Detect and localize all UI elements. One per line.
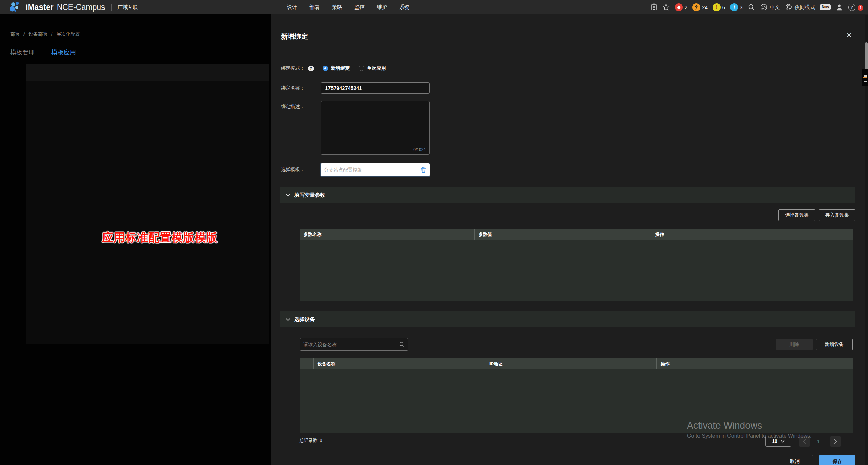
red-annotation-text: 应用标准配置模版模版 (102, 230, 218, 245)
info-alarm-count: 3 (740, 4, 742, 10)
breadcrumb-device-deploy[interactable]: 设备部署 (29, 31, 48, 37)
activate-windows-subtext: Go to System in Control Panel to activat… (687, 433, 811, 439)
scrollbar-thumb[interactable] (865, 42, 868, 71)
template-list-toolbar (26, 64, 269, 81)
save-button[interactable]: 保存 (819, 455, 855, 465)
whats-new-icon[interactable]: New (820, 4, 831, 10)
section-select-device-title: 选择设备 (294, 316, 315, 323)
search-icon[interactable] (399, 341, 405, 347)
select-all-checkbox[interactable] (306, 362, 310, 366)
critical-flame-icon (675, 3, 683, 11)
radio-new-binding-label: 新增绑定 (331, 65, 350, 71)
chevron-down-icon (286, 318, 290, 321)
help-icon[interactable]: ? (848, 4, 855, 11)
search-icon[interactable] (748, 3, 755, 11)
select-template-input[interactable] (324, 167, 421, 173)
param-table-body-empty (300, 240, 853, 301)
major-alarm-count: 24 (702, 4, 708, 10)
binding-description-wrap: 0/1024 (321, 101, 430, 155)
favorite-star-icon[interactable] (662, 3, 670, 11)
binding-name-input[interactable] (321, 82, 430, 94)
template-list-area (26, 64, 269, 344)
breadcrumb-separator: / (51, 31, 53, 37)
suite-name: NCE-Campus (57, 3, 105, 12)
alarm-major[interactable]: 24 (692, 3, 708, 11)
chevron-down-icon (781, 440, 785, 443)
radio-single-apply[interactable]: 单次应用 (359, 65, 386, 71)
globe-icon (760, 3, 768, 11)
menu-system[interactable]: 系统 (399, 4, 409, 11)
radio-new-binding[interactable]: 新增绑定 (323, 65, 350, 71)
theme-toggle[interactable]: 夜间模式 (785, 3, 815, 11)
topbar: iMaster NCE-Campus 广域互联 设计 部署 策略 监控 维护 系… (0, 0, 868, 14)
page-size-value: 10 (772, 438, 777, 444)
import-param-set-button[interactable]: 导入参数集 (819, 209, 855, 221)
major-lightning-icon (692, 3, 700, 11)
application-window: iMaster NCE-Campus 广域互联 设计 部署 策略 监控 维护 系… (0, 0, 868, 465)
user-icon[interactable] (836, 3, 843, 11)
breadcrumb-hierarchical-config: 层次化配置 (56, 31, 80, 37)
menu-monitor[interactable]: 监控 (354, 4, 365, 11)
total-records-label: 总记录数: 0 (300, 437, 322, 444)
drawer-title: 新增绑定 (281, 32, 308, 41)
workspace-label: 广域互联 (118, 4, 138, 11)
binding-description-textarea[interactable] (321, 101, 429, 154)
ip-address-header: IP地址 (485, 358, 656, 369)
menu-deploy[interactable]: 部署 (309, 4, 320, 11)
binding-mode-label: 绑定模式： (281, 65, 305, 71)
minor-alarm-count: 6 (722, 4, 725, 10)
delete-device-button[interactable]: 删除 (776, 339, 813, 350)
language-switcher[interactable]: 中文 (760, 3, 780, 11)
topbar-actions: 2 24 ! 6 i 3 (650, 0, 863, 14)
tab-template-management[interactable]: 模板管理 (10, 48, 35, 57)
binding-mode-help-icon[interactable]: ? (308, 66, 314, 71)
param-value-header: 参数值 (474, 229, 651, 240)
chevron-left-icon (803, 439, 806, 444)
cancel-button[interactable]: 取消 (777, 455, 813, 465)
floating-toolbar-widget[interactable] (862, 69, 868, 86)
tasklist-icon[interactable] (650, 3, 657, 11)
section-variable-params[interactable]: 填写变量参数 (280, 187, 855, 203)
activate-windows-watermark: Activate Windows (687, 420, 762, 431)
minor-exclamation-icon: ! (713, 3, 721, 11)
brand-divider (111, 4, 112, 11)
select-template-box[interactable] (321, 163, 430, 176)
imaster-logo-icon (9, 1, 22, 13)
alarm-minor[interactable]: ! 6 (713, 3, 725, 11)
binding-mode-row: 绑定模式： ? 新增绑定 单次应用 (281, 65, 386, 71)
param-operation-header: 操作 (651, 229, 853, 240)
language-label: 中文 (770, 4, 780, 11)
param-table: 参数名称 参数值 操作 (300, 229, 853, 301)
info-icon: i (730, 3, 738, 11)
current-page-number[interactable]: 1 (817, 438, 819, 444)
select-template-label: 选择模板： (281, 166, 305, 173)
device-search-input[interactable] (303, 342, 399, 347)
select-param-set-button[interactable]: 选择参数集 (778, 209, 815, 221)
next-page-button[interactable] (830, 436, 841, 447)
breadcrumb-deploy[interactable]: 部署 (10, 31, 20, 37)
alarm-critical[interactable]: 2 (675, 3, 687, 11)
product-name: iMaster (26, 3, 54, 12)
trash-icon[interactable] (421, 167, 426, 173)
device-operation-header: 操作 (656, 358, 853, 369)
template-tabs: 模板管理 模板应用 (10, 48, 76, 57)
binding-mode-options: 新增绑定 单次应用 (323, 65, 386, 71)
alarm-info[interactable]: i 3 (730, 3, 742, 11)
avatar-notification-badge: 1 (858, 5, 863, 11)
menu-maintain[interactable]: 维护 (377, 4, 387, 11)
main-menu: 设计 部署 策略 监控 维护 系统 (287, 0, 409, 14)
brand: iMaster NCE-Campus 广域互联 (9, 0, 138, 14)
close-icon[interactable]: × (847, 31, 852, 39)
menu-design[interactable]: 设计 (287, 4, 297, 11)
breadcrumb: 部署 / 设备部署 / 层次化配置 (10, 31, 80, 37)
device-search-box[interactable] (300, 338, 408, 351)
add-device-button[interactable]: 新增设备 (816, 339, 853, 350)
tab-template-application[interactable]: 模板应用 (51, 48, 76, 57)
breadcrumb-separator: / (23, 31, 25, 37)
chevron-right-icon (834, 439, 837, 444)
section-select-device[interactable]: 选择设备 (280, 311, 855, 327)
binding-description-label: 绑定描述： (281, 103, 305, 110)
device-toolbar: 删除 新增设备 (300, 338, 853, 351)
menu-policy[interactable]: 策略 (332, 4, 342, 11)
radio-unselected-icon (359, 66, 364, 71)
